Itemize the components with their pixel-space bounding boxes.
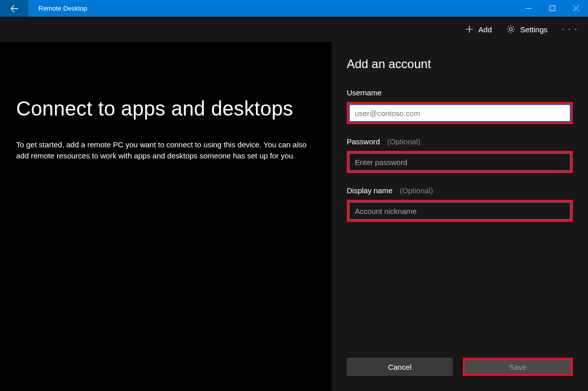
displayname-hint: (Optional) (395, 186, 433, 195)
settings-label: Settings (520, 25, 548, 34)
back-arrow-icon (10, 4, 19, 13)
displayname-group: Display name (Optional) (347, 186, 573, 222)
app-title: Remote Desktop (28, 5, 87, 12)
close-button[interactable] (564, 0, 588, 17)
toolbar: Add Settings · · · (0, 17, 588, 42)
ellipsis-icon: · · · (562, 25, 578, 34)
add-account-panel: Add an account Username Password (Option… (332, 42, 588, 391)
password-input[interactable] (349, 153, 571, 171)
add-button[interactable]: Add (458, 17, 499, 42)
add-label: Add (478, 25, 492, 34)
svg-point-1 (509, 28, 512, 31)
close-icon (573, 6, 579, 11)
password-highlight (347, 151, 573, 173)
welcome-pane: Connect to apps and desktops To get star… (0, 42, 332, 391)
displayname-label: Display name (347, 186, 393, 195)
maximize-button[interactable] (541, 0, 564, 17)
save-highlight: Save (463, 358, 573, 376)
more-button[interactable]: · · · (555, 17, 585, 42)
username-label: Username (347, 88, 573, 97)
welcome-heading: Connect to apps and desktops (16, 97, 315, 120)
username-group: Username (347, 88, 573, 124)
cancel-button[interactable]: Cancel (347, 358, 453, 376)
password-group: Password (Optional) (347, 137, 573, 173)
main-area: Connect to apps and desktops To get star… (0, 42, 588, 391)
password-label: Password (347, 137, 380, 146)
settings-button[interactable]: Settings (499, 17, 555, 42)
minimize-button[interactable] (517, 0, 541, 17)
displayname-input[interactable] (349, 202, 571, 220)
panel-button-row: Cancel Save (347, 358, 573, 376)
username-input[interactable] (349, 104, 571, 122)
displayname-highlight (347, 200, 573, 222)
plus-icon (465, 25, 473, 33)
svg-rect-0 (550, 6, 555, 11)
maximize-icon (550, 6, 555, 11)
username-highlight (347, 102, 573, 124)
back-button[interactable] (0, 0, 28, 17)
password-hint: (Optional) (382, 137, 420, 146)
panel-title: Add an account (347, 57, 573, 71)
gear-icon (506, 25, 515, 34)
minimize-icon (526, 6, 531, 11)
save-button[interactable]: Save (465, 360, 571, 374)
welcome-description: To get started, add a remote PC you want… (16, 139, 315, 161)
titlebar: Remote Desktop (0, 0, 588, 17)
